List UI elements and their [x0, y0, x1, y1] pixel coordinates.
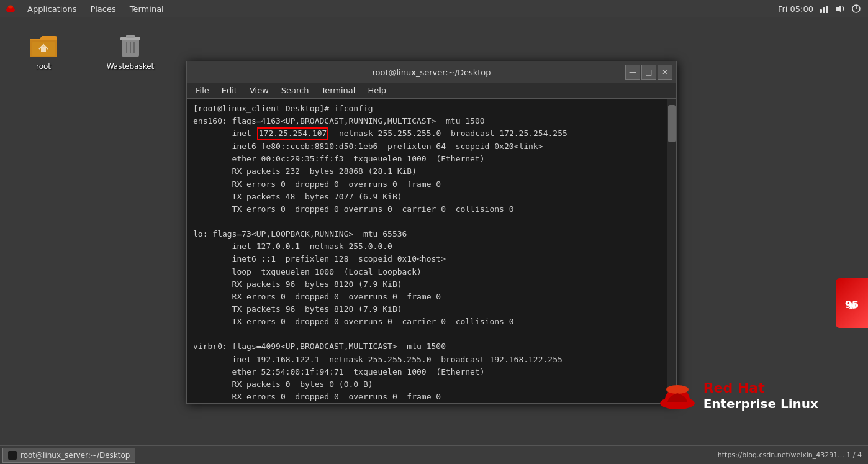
- terminal-window: root@linux_server:~/Desktop — □ ✕ File E…: [186, 61, 677, 404]
- virbr0-header: virbr0: flags=4099<UP,BROADCAST,MULTICAS…: [193, 342, 446, 351]
- trash-label: Wastebasket: [107, 62, 155, 71]
- svg-marker-6: [836, 5, 841, 12]
- svg-rect-3: [820, 9, 822, 13]
- lo-loop: loop txqueuelen 1000 (Local Loopback): [193, 267, 422, 276]
- menu-file[interactable]: File: [191, 84, 214, 96]
- virbr0-rx1: RX packets 0 bytes 0 (0.0 B): [193, 380, 373, 389]
- redhat-branding: Red Hat Enterprise Linux: [659, 377, 818, 414]
- lo-inet: inet 127.0.0.1 netmask 255.0.0.0: [193, 242, 392, 251]
- svg-rect-14: [126, 35, 135, 38]
- lo-inet6: inet6 ::1 prefixlen 128 scopeid 0x10<hos…: [193, 254, 446, 263]
- desktop-icon-root[interactable]: root: [19, 30, 68, 71]
- terminal-title: root@linux_server:~/Desktop: [372, 68, 491, 77]
- maximize-button[interactable]: □: [641, 65, 656, 80]
- redhat-line2: Enterprise Linux: [703, 396, 818, 411]
- top-menu-left: Applications Places Terminal: [5, 3, 170, 15]
- minimize-button[interactable]: —: [625, 65, 640, 80]
- highlighted-ip: 172.25.254.107: [257, 127, 329, 140]
- menu-help[interactable]: Help: [363, 84, 391, 96]
- terminal-output: [root@linux_client Desktop]# ifconfig en…: [193, 102, 670, 403]
- svg-rect-5: [826, 6, 828, 13]
- virbr0-inet: inet 192.168.122.1 netmask 255.255.255.0…: [193, 355, 563, 364]
- svg-point-2: [8, 6, 13, 9]
- ens160-ether: ether 00:0c:29:35:ff:f3 txqueuelen 1000 …: [193, 154, 485, 163]
- folder-icon: [29, 30, 58, 60]
- ens160-rx1: RX packets 232 bytes 28868 (28.1 KiB): [193, 166, 417, 176]
- virbr0-ether: ether 52:54:00:1f:94:71 txqueuelen 1000 …: [193, 367, 485, 376]
- terminal-titlebar: root@linux_server:~/Desktop — □ ✕: [187, 61, 676, 83]
- taskbar-url-text: https://blog.csdn.net/weixin_43291...: [718, 451, 844, 459]
- svg-point-19: [666, 385, 689, 394]
- ens160-tx1: TX packets 48 bytes 7077 (6.9 KiB): [193, 192, 402, 201]
- menu-search[interactable]: Search: [276, 84, 314, 96]
- terminal-menubar: File Edit View Search Terminal Help: [187, 83, 676, 99]
- network-icon[interactable]: [818, 3, 830, 14]
- terminal-scrollbar[interactable]: [667, 99, 676, 403]
- taskbar-terminal-item[interactable]: root@linux_server:~/Desktop: [2, 448, 135, 463]
- desktop-icon-wastebasket[interactable]: Wastebasket: [106, 30, 155, 71]
- ens160-rx2: RX errors 0 dropped 0 overruns 0 frame 0: [193, 180, 441, 189]
- lo-tx2: TX errors 0 dropped 0 overruns 0 carrier…: [193, 317, 514, 326]
- taskbar-page: 1 / 4: [846, 451, 862, 459]
- menu-edit[interactable]: Edit: [217, 84, 242, 96]
- menu-applications[interactable]: Applications: [21, 3, 83, 15]
- ens160-inet: inet 172.25.254.107 netmask 255.255.255.…: [193, 129, 567, 138]
- taskbar-terminal-icon: [8, 451, 17, 460]
- desktop: root Wastebasket root@linux_server:~/Des…: [0, 17, 868, 445]
- redhat-logo-icon: [5, 3, 16, 14]
- menu-terminal[interactable]: Terminal: [124, 3, 170, 15]
- ens160-tx2: TX errors 0 dropped 0 overruns 0 carrier…: [193, 204, 514, 214]
- top-bar-right: Fri 05:00: [778, 0, 862, 17]
- menu-places[interactable]: Places: [84, 3, 122, 15]
- redhat-line1: Red Hat: [703, 380, 818, 396]
- window-controls: — □ ✕: [625, 65, 672, 80]
- redhat-text: Red Hat Enterprise Linux: [703, 380, 818, 411]
- side-widget-number: 95: [845, 299, 859, 311]
- clock: Fri 05:00: [778, 4, 813, 14]
- menu-terminal[interactable]: Terminal: [316, 84, 360, 96]
- power-icon[interactable]: [851, 3, 862, 14]
- taskbar: root@linux_server:~/Desktop https://blog…: [0, 445, 868, 464]
- lo-rx1: RX packets 96 bytes 8120 (7.9 KiB): [193, 280, 402, 289]
- prompt-line: [root@linux_client Desktop]# ifconfig: [193, 104, 373, 113]
- folder-label: root: [36, 62, 51, 71]
- sound-icon[interactable]: [834, 3, 846, 14]
- terminal-content[interactable]: [root@linux_client Desktop]# ifconfig en…: [187, 99, 676, 403]
- terminal-scrollbar-thumb[interactable]: [668, 105, 676, 142]
- ens160-inet6: inet6 fe80::cceb:8810:d50:1eb6 prefixlen…: [193, 142, 543, 151]
- side-widget[interactable]: 点我加速 95: [836, 278, 868, 328]
- menu-view[interactable]: View: [245, 84, 274, 96]
- lo-header: lo: flags=73<UP,LOOPBACK,RUNNING> mtu 65…: [193, 229, 407, 239]
- taskbar-item-label: root@linux_server:~/Desktop: [20, 451, 130, 460]
- top-menubar: Applications Places Terminal Fri 05:00: [0, 0, 868, 17]
- ens160-header: ens160: flags=4163<UP,BROADCAST,RUNNING,…: [193, 116, 485, 125]
- svg-rect-4: [823, 7, 825, 13]
- close-button[interactable]: ✕: [658, 65, 672, 80]
- lo-rx2: RX errors 0 dropped 0 overruns 0 frame 0: [193, 292, 441, 301]
- taskbar-url: https://blog.csdn.net/weixin_43291... 1 …: [718, 451, 862, 459]
- virbr0-rx2: RX errors 0 dropped 0 overruns 0 frame 0: [193, 392, 441, 401]
- lo-tx1: TX packets 96 bytes 8120 (7.9 KiB): [193, 304, 402, 314]
- trash-icon: [115, 30, 145, 60]
- redhat-hat-logo: [659, 377, 696, 414]
